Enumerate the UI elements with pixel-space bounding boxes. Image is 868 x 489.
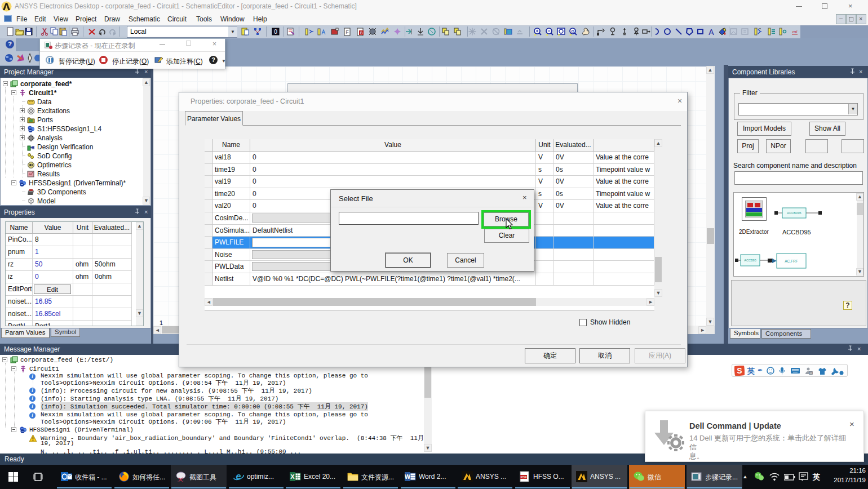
svg-text:ACCBD95: ACCBD95 <box>787 211 801 215</box>
svg-text:@: @ <box>570 29 574 33</box>
svg-text:W: W <box>405 473 411 480</box>
svg-text:S: S <box>737 366 742 375</box>
svg-text:PDF: PDF <box>521 475 528 479</box>
svg-text:B: B <box>360 31 363 35</box>
svg-text:ml: ml <box>792 29 798 34</box>
svg-text:F: F <box>346 29 349 35</box>
svg-text:0: 0 <box>274 29 277 35</box>
svg-text:AC.FRF: AC.FRF <box>785 259 798 263</box>
svg-text:10: 10 <box>809 371 813 375</box>
svg-text:X: X <box>290 473 295 480</box>
svg-text:A: A <box>708 28 714 37</box>
svg-text:ACCB95: ACCB95 <box>744 259 756 262</box>
